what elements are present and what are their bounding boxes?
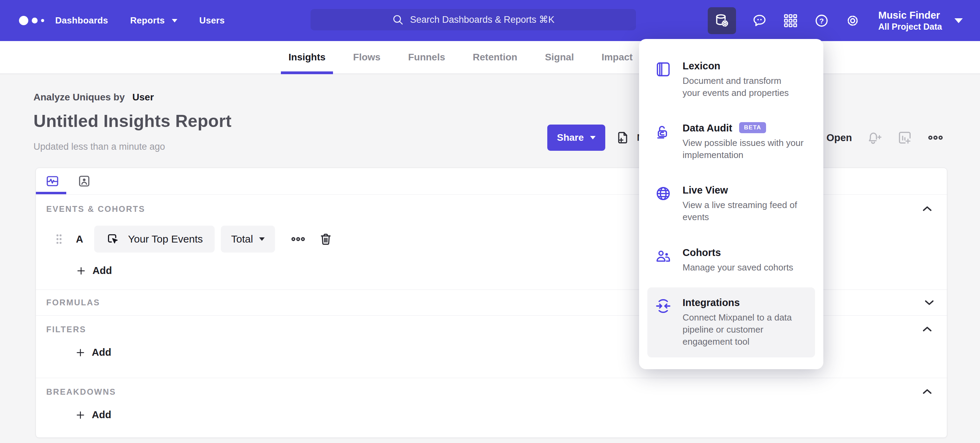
tab-insights[interactable]: Insights bbox=[288, 41, 325, 73]
svg-text:?: ? bbox=[819, 17, 824, 24]
nav-reports[interactable]: Reports bbox=[130, 15, 177, 26]
beta-badge: BETA bbox=[739, 122, 766, 133]
events-view-tab[interactable] bbox=[46, 174, 59, 188]
report-type-tabbar: Insights Flows Funnels Retention Signal … bbox=[0, 41, 980, 74]
series-letter: A bbox=[76, 233, 83, 245]
plus-icon bbox=[75, 348, 86, 358]
logo-dot-1 bbox=[19, 16, 28, 25]
menu-item-lexicon[interactable]: Lexicon Document and transform your even… bbox=[648, 51, 815, 109]
menu-item-cohorts[interactable]: Cohorts Manage your saved cohorts bbox=[648, 237, 815, 283]
event-selector-pill[interactable]: Your Top Events bbox=[94, 225, 215, 252]
menu-item-desc: Manage your saved cohorts bbox=[682, 262, 793, 274]
breakdowns-section: BREAKDOWNS Add bbox=[36, 378, 947, 438]
feedback-bubble-icon[interactable] bbox=[752, 13, 767, 28]
analyze-entity-selector[interactable]: User bbox=[132, 92, 154, 103]
menu-item-live-view[interactable]: Live View View a live streaming feed of … bbox=[648, 175, 815, 233]
delete-row-trash-icon[interactable] bbox=[318, 232, 333, 246]
analyze-by-line: Analyze Uniques by User bbox=[33, 92, 154, 103]
project-switcher[interactable]: Music Finder All Project Data bbox=[878, 9, 942, 32]
live-view-globe-icon bbox=[655, 184, 671, 223]
share-button[interactable]: Share bbox=[547, 125, 605, 151]
menu-item-text: Lexicon Document and transform your even… bbox=[682, 60, 789, 99]
menu-item-title: Lexicon bbox=[682, 60, 721, 72]
cohorts-people-icon bbox=[655, 247, 671, 274]
logo-dot-3 bbox=[41, 19, 44, 22]
open-label: Open bbox=[826, 132, 852, 143]
event-select-icon bbox=[106, 232, 120, 246]
menu-item-desc: Document and transform your events and p… bbox=[682, 75, 789, 99]
report-title[interactable]: Untitled Insights Report bbox=[33, 111, 232, 131]
project-name: Music Finder bbox=[878, 9, 942, 21]
data-audit-lock-icon bbox=[655, 122, 671, 161]
menu-item-text: Cohorts Manage your saved cohorts bbox=[682, 247, 793, 274]
menu-item-title: Cohorts bbox=[682, 247, 721, 259]
plus-icon bbox=[75, 410, 86, 420]
report-tabs: Insights Flows Funnels Retention Signal … bbox=[288, 41, 633, 73]
help-icon[interactable]: ? bbox=[814, 13, 829, 28]
logo-dot-2 bbox=[32, 17, 38, 24]
primary-nav: Dashboards Reports Users bbox=[55, 0, 224, 41]
breakdowns-collapse-chevron-up-icon[interactable] bbox=[920, 384, 934, 399]
mixpanel-logo-icon[interactable] bbox=[19, 0, 44, 41]
new-report-icon bbox=[616, 130, 630, 145]
add-to-board-icon[interactable] bbox=[897, 130, 913, 146]
add-filter-label: Add bbox=[92, 347, 111, 358]
nav-reports-label: Reports bbox=[130, 15, 165, 26]
menu-item-data-audit[interactable]: Data Audit BETA View possible issues wit… bbox=[648, 113, 815, 171]
caret-down-icon bbox=[172, 19, 177, 22]
user-profile-icon bbox=[77, 174, 91, 188]
lexicon-book-icon bbox=[655, 60, 671, 99]
events-collapse-chevron-up-icon[interactable] bbox=[920, 202, 934, 216]
event-name: Your Top Events bbox=[128, 233, 203, 245]
search-placeholder: Search Dashboards & Reports ⌘K bbox=[410, 14, 555, 25]
share-caret-down-icon bbox=[590, 136, 596, 140]
plus-icon bbox=[76, 266, 86, 276]
filters-collapse-chevron-up-icon[interactable] bbox=[920, 322, 934, 337]
tab-impact[interactable]: Impact bbox=[601, 41, 633, 73]
add-breakdown-label: Add bbox=[92, 409, 111, 421]
top-navbar: Dashboards Reports Users Search Dashboar… bbox=[0, 0, 980, 41]
project-scope: All Project Data bbox=[878, 21, 942, 32]
drag-handle-icon[interactable] bbox=[55, 233, 63, 245]
add-breakdown-button[interactable]: Add bbox=[75, 409, 111, 421]
updated-timestamp: Updated less than a minute ago bbox=[33, 141, 165, 152]
apps-grid-icon[interactable] bbox=[783, 13, 798, 28]
menu-item-integrations[interactable]: Integrations Connect Mixpanel to a data … bbox=[648, 287, 815, 357]
share-label: Share bbox=[557, 132, 584, 143]
analyze-label: Analyze Uniques by bbox=[33, 92, 125, 103]
add-event-button[interactable]: Add bbox=[76, 265, 112, 276]
formulas-expand-chevron-down-icon[interactable] bbox=[922, 295, 937, 310]
nav-users[interactable]: Users bbox=[199, 15, 225, 26]
menu-item-desc: View possible issues with your implement… bbox=[682, 137, 804, 161]
tab-signal[interactable]: Signal bbox=[545, 41, 574, 73]
navbar-right-cluster: ? Music Finder All Project Data bbox=[708, 0, 963, 41]
data-management-menu: Lexicon Document and transform your even… bbox=[639, 39, 823, 369]
row-overflow-icon[interactable] bbox=[290, 231, 306, 247]
menu-item-title: Integrations bbox=[682, 297, 740, 308]
add-event-label: Add bbox=[92, 265, 112, 276]
settings-gear-icon[interactable] bbox=[845, 13, 860, 28]
add-filter-button[interactable]: Add bbox=[75, 347, 111, 358]
profiles-view-tab[interactable] bbox=[77, 174, 91, 188]
nav-dashboards[interactable]: Dashboards bbox=[55, 15, 108, 26]
tab-retention[interactable]: Retention bbox=[473, 41, 517, 73]
menu-item-title: Live View bbox=[682, 184, 728, 196]
insights-chart-icon bbox=[46, 174, 59, 188]
more-options-icon[interactable] bbox=[927, 129, 944, 146]
formulas-label: FORMULAS bbox=[46, 298, 100, 307]
global-search-input[interactable]: Search Dashboards & Reports ⌘K bbox=[310, 9, 636, 30]
alert-bell-plus-icon[interactable] bbox=[867, 130, 882, 146]
metric-label: Total bbox=[231, 233, 253, 245]
menu-item-text: Data Audit BETA View possible issues wit… bbox=[682, 122, 804, 161]
search-icon bbox=[392, 14, 404, 25]
data-management-button[interactable] bbox=[708, 7, 736, 34]
menu-item-title: Data Audit bbox=[682, 122, 732, 134]
project-caret-down-icon[interactable] bbox=[955, 18, 963, 23]
tab-flows[interactable]: Flows bbox=[353, 41, 380, 73]
menu-item-text: Integrations Connect Mixpanel to a data … bbox=[682, 297, 792, 348]
database-gear-icon bbox=[714, 13, 730, 29]
tab-funnels[interactable]: Funnels bbox=[408, 41, 445, 73]
menu-item-text: Live View View a live streaming feed of … bbox=[682, 184, 797, 223]
menu-item-desc: View a live streaming feed of events bbox=[682, 199, 797, 223]
metric-selector-pill[interactable]: Total bbox=[221, 225, 275, 252]
